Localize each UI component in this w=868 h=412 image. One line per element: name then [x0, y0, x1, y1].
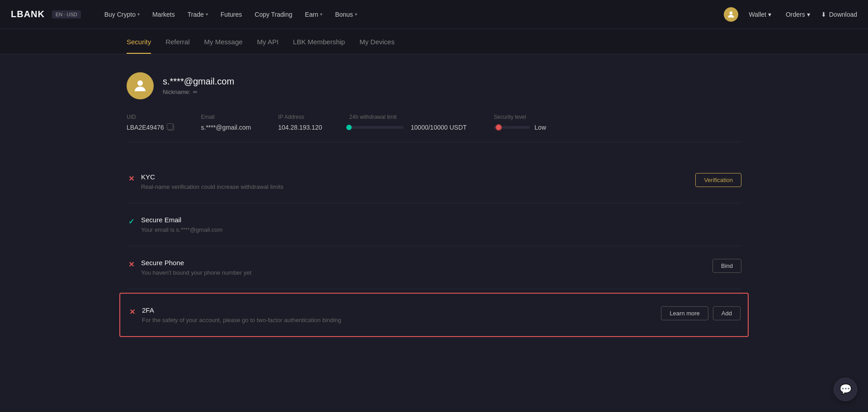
withdrawal-value: 10000/10000 USDT	[411, 124, 467, 131]
wallet-button[interactable]: Wallet ▾	[745, 9, 775, 20]
chevron-down-icon: ▾	[206, 12, 208, 17]
security-level-value: Low	[534, 124, 546, 131]
secure-phone-description: You haven't bound your phone number yet	[141, 269, 251, 276]
svg-point-0	[729, 11, 732, 14]
nav-buy-crypto[interactable]: Buy Crypto ▾	[99, 7, 145, 22]
nav-earn[interactable]: Earn ▾	[300, 7, 328, 22]
bind-phone-button[interactable]: Bind	[712, 259, 741, 273]
security-level-track	[494, 126, 530, 129]
nav-bonus[interactable]: Bonus ▾	[330, 7, 363, 22]
2fa-section: ✕ 2FA For the safety of your account, pl…	[119, 293, 749, 337]
tab-my-devices[interactable]: My Devices	[359, 29, 395, 54]
user-profile: s.****@gmail.com Nickname: ✏	[127, 72, 741, 99]
tab-my-message[interactable]: My Message	[204, 29, 243, 54]
tab-security[interactable]: Security	[127, 29, 151, 54]
tab-lbk-membership[interactable]: LBK Membership	[293, 29, 345, 54]
sub-nav: Security Referral My Message My API LBK …	[0, 29, 868, 54]
secure-email-title: Secure Email	[141, 216, 222, 224]
kyc-verification-button[interactable]: Verification	[695, 173, 741, 187]
main-content: s.****@gmail.com Nickname: ✏ UID LBA2E49…	[0, 54, 868, 355]
email-status-icon: ✓	[127, 217, 136, 226]
chevron-down-icon: ▾	[320, 12, 322, 17]
2fa-title: 2FA	[142, 306, 341, 314]
header: LBANK EN · USD Buy Crypto ▾ Markets Trad…	[0, 0, 868, 29]
stat-uid: UID LBA2E49476	[127, 114, 174, 131]
ip-value: 104.28.193.120	[278, 124, 322, 131]
2fa-status-icon: ✕	[127, 307, 137, 316]
chevron-down-icon: ▾	[355, 12, 357, 17]
chevron-down-icon: ▾	[137, 12, 140, 17]
nav-futures[interactable]: Futures	[215, 7, 247, 22]
chevron-down-icon: ▾	[807, 11, 810, 18]
kyc-description: Real-name verification could increase wi…	[141, 183, 283, 190]
stat-security-level: Security level Low	[494, 114, 546, 131]
user-email: s.****@gmail.com	[163, 76, 234, 87]
chevron-down-icon: ▾	[768, 11, 771, 18]
2fa-add-button[interactable]: Add	[713, 306, 741, 320]
phone-status-icon: ✕	[127, 260, 136, 269]
user-stats: UID LBA2E49476 Email s.****@gmail.com IP…	[127, 114, 741, 142]
secure-phone-section: ✕ Secure Phone You haven't bound your ph…	[127, 246, 741, 289]
lang-selector[interactable]: EN · USD	[52, 10, 81, 19]
security-level-thumb	[495, 124, 502, 131]
stat-ip: IP Address 104.28.193.120	[278, 114, 322, 131]
orders-button[interactable]: Orders ▾	[782, 9, 814, 20]
2fa-description: For the safety of your account, please g…	[142, 317, 341, 323]
withdrawal-progress-bar	[349, 126, 404, 129]
tab-referral[interactable]: Referral	[165, 29, 189, 54]
user-info: s.****@gmail.com Nickname: ✏	[163, 76, 234, 95]
kyc-title: KYC	[141, 173, 283, 181]
nav-copy-trading[interactable]: Copy Trading	[249, 7, 297, 22]
kyc-section: ✕ KYC Real-name verification could incre…	[127, 160, 741, 203]
avatar	[127, 72, 154, 99]
nav-trade[interactable]: Trade ▾	[182, 7, 213, 22]
stat-withdrawal: 24h withdrawal limit 10000/10000 USDT	[349, 114, 467, 131]
secure-email-section: ✓ Secure Email Your email is s.****@gmai…	[127, 203, 741, 246]
copy-uid-icon[interactable]	[168, 124, 174, 131]
svg-point-1	[137, 80, 143, 86]
email-value: s.****@gmail.com	[201, 124, 251, 131]
uid-value: LBA2E49476	[127, 124, 164, 131]
download-button[interactable]: ⬇ Download	[821, 11, 857, 18]
nav-markets[interactable]: Markets	[147, 7, 180, 22]
tab-my-api[interactable]: My API	[257, 29, 279, 54]
logo: LBANK	[11, 9, 45, 19]
kyc-status-icon: ✕	[127, 174, 136, 183]
chat-support-button[interactable]: 💬	[834, 378, 857, 401]
header-right: Wallet ▾ Orders ▾ ⬇ Download	[724, 7, 857, 22]
main-nav: Buy Crypto ▾ Markets Trade ▾ Futures Cop…	[99, 7, 724, 22]
secure-email-description: Your email is s.****@gmail.com	[141, 226, 222, 233]
download-icon: ⬇	[821, 11, 826, 18]
avatar[interactable]	[724, 7, 738, 22]
edit-nickname-icon[interactable]: ✏	[193, 89, 198, 95]
2fa-learn-more-button[interactable]: Learn more	[661, 306, 708, 320]
chat-icon: 💬	[840, 384, 852, 395]
user-nickname: Nickname: ✏	[163, 89, 234, 95]
stat-email: Email s.****@gmail.com	[201, 114, 251, 131]
secure-phone-title: Secure Phone	[141, 259, 251, 267]
